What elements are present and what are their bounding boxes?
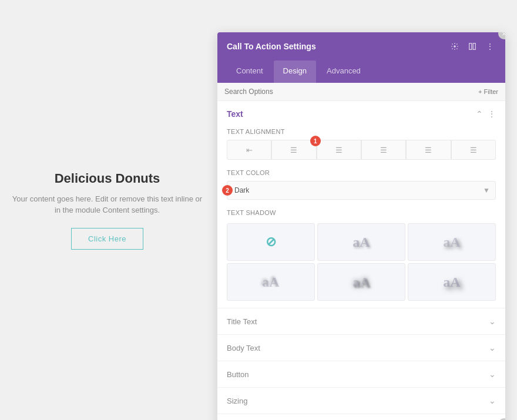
search-bar: + Filter xyxy=(217,83,505,101)
align-right-icon: ☰ xyxy=(425,146,432,154)
align-center-icon: ☰ xyxy=(335,146,343,154)
sizing-label: Sizing xyxy=(227,397,247,405)
text-color-row: Text Color 2 Dark Light ▼ xyxy=(217,164,505,204)
align-left-icon: ⇤ xyxy=(246,146,253,154)
align-center-left-icon: ☰ xyxy=(290,146,297,154)
tab-advanced[interactable]: Advanced xyxy=(317,61,370,83)
modal-header: Call To Action Settings ⋮ xyxy=(217,32,505,61)
shadow-5[interactable]: aA xyxy=(408,263,496,301)
shadow-options-grid: ⊘ aA aA aA aA aA xyxy=(227,221,496,303)
text-shadow-label: Text Shadow xyxy=(227,209,496,216)
text-alignment-label: Text Alignment xyxy=(227,128,496,135)
align-justify-icon: ☰ xyxy=(470,146,477,154)
page-content: Delicious Donuts Your content goes here.… xyxy=(0,0,214,420)
click-here-button[interactable]: Click Here xyxy=(71,228,143,250)
spacing-section[interactable]: Spacing ⌄ xyxy=(217,414,505,420)
shadow-2[interactable]: aA xyxy=(408,223,496,261)
sizing-section[interactable]: Sizing ⌄ xyxy=(217,387,505,414)
svg-point-0 xyxy=(454,45,456,48)
shadow-4[interactable]: aA xyxy=(317,263,405,301)
text-section-controls: ⌃ ⋮ xyxy=(476,109,496,119)
title-text-chevron[interactable]: ⌄ xyxy=(489,317,496,326)
settings-icon[interactable] xyxy=(449,41,461,52)
shadow-3[interactable]: aA xyxy=(227,263,315,301)
more-options-icon[interactable]: ⋮ xyxy=(484,41,496,52)
svg-rect-2 xyxy=(473,43,475,50)
button-chevron[interactable]: ⌄ xyxy=(489,369,496,379)
layout-icon[interactable] xyxy=(466,41,478,52)
header-icons: ⋮ xyxy=(449,41,496,52)
text-section: Text ⌃ ⋮ Text Alignment ⇤ ☰ 1 xyxy=(217,101,505,308)
svg-rect-1 xyxy=(469,43,472,50)
text-section-chevron-up[interactable]: ⌃ xyxy=(476,109,483,119)
tabs-bar: Content Design Advanced xyxy=(217,61,505,83)
button-section[interactable]: Button ⌄ xyxy=(217,361,505,387)
align-left[interactable]: ⇤ xyxy=(227,140,271,160)
body-text-chevron[interactable]: ⌄ xyxy=(489,343,496,352)
shadow-none[interactable]: ⊘ xyxy=(227,223,315,261)
shadow-text-1: aA xyxy=(352,234,370,250)
page-title: Delicious Donuts xyxy=(55,171,160,186)
text-section-header: Text ⌃ ⋮ xyxy=(217,101,505,123)
settings-modal: ✕ Call To Action Settings ⋮ Content Desi… xyxy=(217,32,505,420)
text-shadow-row: Text Shadow ⊘ aA aA aA aA xyxy=(217,204,505,308)
color-select[interactable]: Dark Light xyxy=(227,181,496,200)
text-alignment-row: Text Alignment ⇤ ☰ 1 ☰ ☰ xyxy=(217,123,505,164)
tab-content[interactable]: Content xyxy=(227,61,273,83)
page-description: Your content goes here. Edit or remove t… xyxy=(12,193,203,216)
title-text-section[interactable]: Title Text ⌄ xyxy=(217,308,505,334)
tab-design[interactable]: Design xyxy=(274,61,316,83)
align-center[interactable]: ☰ xyxy=(317,140,361,160)
modal-title: Call To Action Settings xyxy=(227,42,316,51)
body-text-label: Body Text xyxy=(227,344,260,352)
align-right-partial-icon: ☰ xyxy=(380,146,387,154)
no-shadow-icon: ⊘ xyxy=(266,234,276,250)
filter-button[interactable]: + Filter xyxy=(478,88,498,95)
shadow-text-3: aA xyxy=(262,274,279,290)
alignment-options: ⇤ ☰ 1 ☰ ☰ ☰ ☰ xyxy=(227,140,496,160)
shadow-text-5: aA xyxy=(443,274,460,290)
text-color-label: Text Color xyxy=(227,169,496,176)
badge-2: 2 xyxy=(222,185,233,196)
badge-1: 1 xyxy=(310,136,321,146)
panel-content: Text ⌃ ⋮ Text Alignment ⇤ ☰ 1 xyxy=(217,101,505,420)
search-input[interactable] xyxy=(224,88,478,96)
align-center-left[interactable]: ☰ 1 xyxy=(271,140,316,160)
align-justify[interactable]: ☰ xyxy=(451,140,496,160)
shadow-text-2: aA xyxy=(443,234,460,250)
title-text-label: Title Text xyxy=(227,317,257,326)
text-section-more[interactable]: ⋮ xyxy=(488,109,496,119)
align-right[interactable]: ☰ xyxy=(406,140,451,160)
sizing-chevron[interactable]: ⌄ xyxy=(489,396,496,405)
text-section-title: Text xyxy=(227,109,243,119)
color-select-wrapper: Dark Light ▼ xyxy=(227,181,496,200)
button-label: Button xyxy=(227,370,249,379)
shadow-text-4: aA xyxy=(352,274,370,290)
body-text-section[interactable]: Body Text ⌄ xyxy=(217,334,505,361)
align-right-partial[interactable]: ☰ xyxy=(361,140,406,160)
shadow-1[interactable]: aA xyxy=(317,223,405,261)
text-color-control: 2 Dark Light ▼ xyxy=(227,181,496,200)
